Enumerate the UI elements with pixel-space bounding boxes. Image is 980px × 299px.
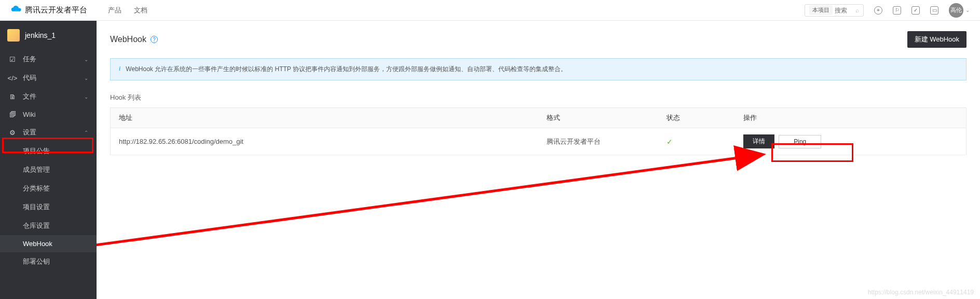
watermark: https://blog.csdn.net/weixin_44911419	[868, 289, 974, 296]
chevron-down-icon: ⌄	[84, 75, 88, 81]
chevron-down-icon: ⌄	[84, 94, 88, 100]
sidebar-item-wiki[interactable]: 🗐 Wiki	[0, 106, 97, 123]
monitor-icon[interactable]: ▭	[930, 6, 938, 15]
top-right: 本项目 ⌕ + ⚐ ✓ ▭ 高伦 ⌄	[805, 3, 970, 18]
top-nav: 产品 文档	[108, 6, 147, 15]
nav-label: 代码	[23, 73, 36, 83]
nav-label: 任务	[23, 55, 36, 64]
sidebar-sub-deploy-keys[interactable]: 部署公钥	[0, 252, 97, 271]
ping-button[interactable]: Ping	[779, 135, 821, 148]
gear-icon: ⚙	[8, 129, 17, 137]
code-icon: </>	[8, 74, 17, 82]
page-title: WebHook	[110, 35, 146, 44]
search-input[interactable]	[835, 7, 855, 14]
tasks-icon: ☑	[8, 56, 17, 63]
sidebar-sub-webhook[interactable]: WebHook	[0, 235, 97, 252]
sidebar-item-code[interactable]: </> 代码 ⌄	[0, 69, 97, 87]
avatar: 高伦	[949, 3, 963, 18]
col-header-status: 状态	[658, 108, 735, 128]
help-icon[interactable]: ?	[151, 36, 158, 43]
project-name: jenkins_1	[25, 31, 56, 39]
nav-label: 设置	[23, 128, 36, 137]
col-header-url: 地址	[111, 108, 539, 128]
sidebar-sub-repo-settings[interactable]: 仓库设置	[0, 216, 97, 235]
logo-group: 腾讯云开发者平台	[10, 5, 87, 16]
sidebar-sub-project-settings[interactable]: 项目设置	[0, 198, 97, 216]
plus-icon[interactable]: +	[874, 6, 882, 15]
nav-products[interactable]: 产品	[108, 6, 121, 15]
cell-format: 腾讯云开发者平台	[538, 128, 658, 155]
sidebar-item-files[interactable]: 🗎 文件 ⌄	[0, 87, 97, 106]
table-row: http://182.92.65.26:6081/coding/demo_git…	[111, 128, 967, 155]
project-avatar	[7, 29, 20, 42]
main-content: WebHook ? 新建 WebHook i WebHook 允许在系统的一些事…	[97, 21, 980, 299]
info-banner: i WebHook 允许在系统的一些事件产生的时候以标准的 HTTP 协议把事件…	[110, 58, 967, 80]
top-bar: 腾讯云开发者平台 产品 文档 本项目 ⌕ + ⚐ ✓ ▭ 高伦 ⌄	[0, 0, 980, 21]
chevron-down-icon: ⌄	[965, 7, 970, 13]
list-title: Hook 列表	[110, 93, 967, 102]
tencent-cloud-logo-icon	[10, 5, 22, 16]
col-header-action: 操作	[735, 108, 966, 128]
chevron-down-icon: ⌄	[84, 57, 88, 62]
info-text: WebHook 允许在系统的一些事件产生的时候以标准的 HTTP 协议把事件内容…	[126, 65, 567, 74]
sidebar-sub-members[interactable]: 成员管理	[0, 160, 97, 179]
sidebar: jenkins_1 ☑ 任务 ⌄ </> 代码 ⌄ 🗎 文件 ⌄ 🗐 Wiki …	[0, 21, 97, 299]
svg-line-1	[97, 155, 761, 249]
col-header-format: 格式	[538, 108, 658, 128]
search-icon[interactable]: ⌕	[855, 7, 859, 14]
platform-name: 腾讯云开发者平台	[25, 5, 87, 15]
project-header[interactable]: jenkins_1	[0, 21, 97, 50]
checkbox-icon[interactable]: ✓	[911, 6, 920, 15]
nav-label: 文件	[23, 92, 36, 101]
sidebar-item-settings[interactable]: ⚙ 设置 ⌃	[0, 123, 97, 142]
cell-action: 详情 Ping	[735, 128, 966, 155]
sidebar-item-tasks[interactable]: ☑ 任务 ⌄	[0, 50, 97, 69]
cell-status: ✓	[658, 128, 735, 155]
file-icon: 🗎	[8, 93, 17, 101]
search-box[interactable]: 本项目 ⌕	[805, 4, 864, 17]
sidebar-sub-announcement[interactable]: 项目公告	[0, 142, 97, 160]
page-header: WebHook ? 新建 WebHook	[110, 31, 967, 48]
info-icon: i	[119, 65, 120, 74]
cell-url: http://182.92.65.26:6081/coding/demo_git	[111, 128, 539, 155]
nav-docs[interactable]: 文档	[134, 6, 147, 15]
new-webhook-button[interactable]: 新建 WebHook	[907, 31, 967, 48]
nav-label: Wiki	[23, 111, 36, 118]
page-title-group: WebHook ?	[110, 35, 158, 44]
webhook-table: 地址 格式 状态 操作 http://182.92.65.26:6081/cod…	[110, 107, 967, 155]
chevron-up-icon: ⌃	[84, 130, 88, 135]
wiki-icon: 🗐	[8, 111, 17, 118]
check-icon: ✓	[666, 138, 673, 146]
notification-icon[interactable]: ⚐	[893, 6, 901, 15]
sidebar-sub-labels[interactable]: 分类标签	[0, 179, 97, 198]
detail-button[interactable]: 详情	[743, 134, 774, 148]
user-menu[interactable]: 高伦 ⌄	[949, 3, 970, 18]
search-scope[interactable]: 本项目	[809, 5, 833, 15]
